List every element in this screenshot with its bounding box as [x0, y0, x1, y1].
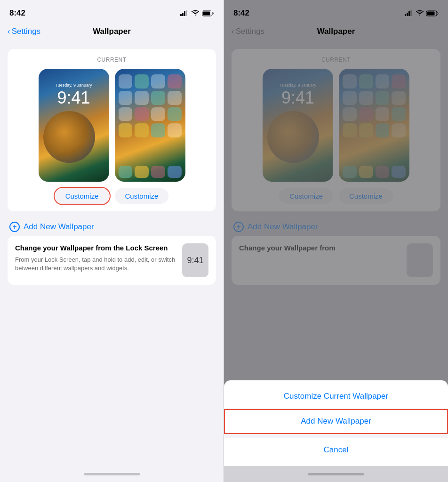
- left-lock-time-display: Tuesday, 9 January 9:41: [39, 83, 109, 106]
- app-icon-8: [168, 91, 182, 105]
- dock-icon-2: [135, 166, 149, 178]
- app-icon-13: [119, 123, 133, 137]
- app-icon-3: [151, 74, 165, 88]
- left-lock-screen-preview[interactable]: Tuesday, 9 January 9:41: [39, 69, 109, 182]
- left-panel: 8:42 ‹: [0, 0, 224, 482]
- left-back-button[interactable]: ‹ Settings: [8, 27, 40, 36]
- left-add-icon: +: [9, 222, 20, 232]
- left-lock-clock: 9:41: [39, 89, 109, 106]
- signal-icon: [180, 10, 189, 16]
- app-icon-7: [151, 91, 165, 105]
- left-customize-home-button[interactable]: Customize: [115, 188, 169, 204]
- left-info-card: Change your Wallpaper from the Lock Scre…: [8, 236, 216, 285]
- left-info-title: Change your Wallpaper from the Lock Scre…: [15, 243, 176, 253]
- left-add-label: Add New Wallpaper: [24, 222, 94, 232]
- left-home-bg: [115, 69, 185, 182]
- left-wallpaper-card: CURRENT Tuesday, 9 January 9:41: [8, 49, 216, 211]
- dock-icon-3: [151, 166, 165, 178]
- svg-rect-0: [180, 14, 182, 16]
- right-cancel-button[interactable]: Cancel: [224, 438, 448, 462]
- wifi-icon: [192, 10, 199, 16]
- right-home-indicator: [224, 466, 448, 482]
- left-customize-lock-button[interactable]: Customize: [55, 188, 109, 204]
- left-home-bar: [84, 473, 140, 475]
- right-dim-overlay: [224, 0, 448, 395]
- left-customize-row: Customize Customize: [15, 188, 208, 204]
- left-home-indicator: [0, 466, 224, 482]
- dock-icon-1: [119, 166, 133, 178]
- right-action-sheet: Customize Current Wallpaper Add New Wall…: [224, 380, 448, 466]
- right-add-new-wallpaper-button[interactable]: Add New Wallpaper: [224, 409, 448, 434]
- right-sheet-divider: [224, 434, 448, 438]
- left-info-desc: From your Lock Screen, tap and hold to a…: [15, 256, 176, 273]
- left-status-bar: 8:42: [0, 0, 224, 23]
- app-icon-4: [168, 74, 182, 88]
- left-lock-date: Tuesday, 9 January: [55, 83, 92, 88]
- svg-rect-5: [203, 11, 210, 15]
- battery-icon: [202, 10, 214, 16]
- app-icon-2: [135, 74, 149, 88]
- left-dock: [119, 166, 182, 178]
- app-icon-12: [168, 107, 182, 121]
- left-info-thumb: 9:41: [182, 243, 208, 277]
- app-icon-5: [119, 91, 133, 105]
- left-status-icons: [180, 10, 214, 16]
- app-icon-10: [135, 107, 149, 121]
- app-icon-15: [151, 123, 165, 137]
- right-customize-current-button[interactable]: Customize Current Wallpaper: [224, 384, 448, 409]
- left-app-grid: [119, 74, 182, 137]
- dock-icon-4: [168, 166, 182, 178]
- left-time: 8:42: [9, 8, 25, 18]
- app-icon-11: [151, 107, 165, 121]
- svg-rect-1: [182, 13, 184, 16]
- app-icon-9: [119, 107, 133, 121]
- left-nav-title: Wallpaper: [93, 27, 131, 36]
- left-thumb-time: 9:41: [187, 256, 203, 265]
- app-icon-16: [168, 123, 182, 137]
- right-panel: 8:42 ‹ Settings: [224, 0, 448, 482]
- svg-rect-3: [186, 10, 187, 16]
- left-lock-sphere: [43, 111, 95, 163]
- left-content: CURRENT Tuesday, 9 January 9:41: [0, 43, 224, 466]
- left-wallpaper-previews: Tuesday, 9 January 9:41: [15, 69, 208, 182]
- app-icon-6: [135, 91, 149, 105]
- right-home-bar: [308, 473, 364, 475]
- app-icon-14: [135, 123, 149, 137]
- left-add-wallpaper-row[interactable]: + Add New Wallpaper: [8, 218, 216, 236]
- left-current-label: CURRENT: [15, 56, 208, 63]
- left-nav-bar: ‹ Settings Wallpaper: [0, 23, 224, 43]
- left-home-screen-preview[interactable]: [115, 69, 185, 182]
- left-chevron-icon: ‹: [8, 27, 10, 36]
- left-lock-bg: Tuesday, 9 January 9:41: [39, 69, 109, 182]
- app-icon-1: [119, 74, 133, 88]
- svg-rect-2: [184, 11, 185, 16]
- left-info-text: Change your Wallpaper from the Lock Scre…: [15, 243, 176, 273]
- left-back-label: Settings: [12, 27, 40, 36]
